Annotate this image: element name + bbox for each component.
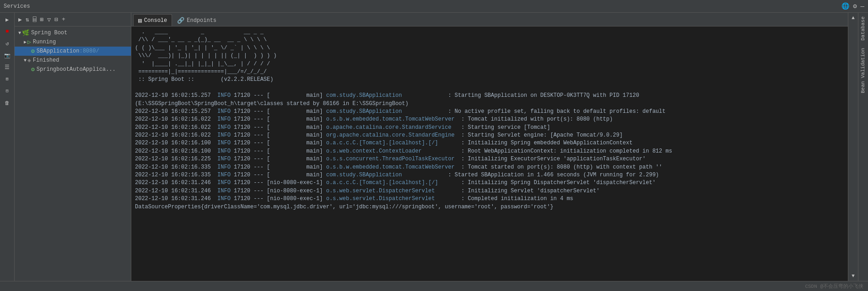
sort-icon[interactable]: ⇅ <box>25 15 30 24</box>
log-line-5: 2022-12-10 16:02:16.022 INFO 17120 --- [… <box>135 132 844 139</box>
ascii-line-3: ( ( )\___ | '_ | '_| | '_ \/ _` | \ \ \ … <box>135 44 844 52</box>
ascii-line-7: :: Spring Boot :: (v2.2.2.RELEASE) <box>135 76 844 84</box>
log-line-10: 2022-12-10 16:02:16.335 INFO 17120 --- [… <box>135 171 844 179</box>
ascii-line-4: \\\/ ___)| |_)| | | | | || (_| | ) ) ) ) <box>135 52 844 60</box>
tab-console[interactable]: ▤ Console <box>133 14 172 26</box>
group-button[interactable]: ⊟ <box>2 86 12 96</box>
running-label: Running <box>33 39 56 45</box>
log-datasource: DataSourceProperties{driverClassName='co… <box>135 203 844 211</box>
log-line-3: 2022-12-10 16:02:16.022 INFO 17120 --- [… <box>135 116 844 123</box>
sidebar-toolbar: ▶ ⇅ ⌸ ⊞ ▽ ⊟ + <box>15 13 131 26</box>
run-button[interactable]: ▶ <box>2 15 12 25</box>
springboot-icon: 🌿 <box>22 29 29 37</box>
log-line-2: 2022-12-10 16:02:15.257 INFO 17120 --- [… <box>135 108 844 116</box>
endpoints-tab-icon: 🔗 <box>177 17 184 24</box>
layout-button[interactable]: ⊞ <box>2 74 12 84</box>
chevron-down-icon: ▼ <box>18 31 21 36</box>
scroll-up-button[interactable]: ▲ <box>849 14 857 22</box>
log-line-13: 2022-12-10 16:02:31.246 INFO 17120 --- [… <box>135 195 844 203</box>
sidebar: ▶ ⇅ ⌸ ⊞ ▽ ⊟ + ▼ 🌿 Spring Boot ▶ ▷ Runnin… <box>15 13 131 281</box>
log-line-4: 2022-12-10 16:02:16.022 INFO 17120 --- [… <box>135 124 844 132</box>
console-area: ▤ Console 🔗 Endpoints . ____ _ __ _ _ /\… <box>131 13 848 281</box>
group-services-icon[interactable]: ⌸ <box>32 15 38 24</box>
log-line-6: 2022-12-10 16:02:16.100 INFO 17120 --- [… <box>135 139 844 147</box>
main-layout: ▶ ■ ↺ 📷 ☰ ⊞ ⊟ 🗑 ▶ ⇅ ⌸ ⊞ ▽ ⊟ + ▼ 🌿 Spring… <box>0 13 868 281</box>
ascii-line-6: =========|_|==============|___/=/_/_/_/ <box>135 68 844 76</box>
top-bar: Services 🌐 ⚙ — <box>0 0 868 13</box>
springboot-label: Spring Boot <box>31 30 67 36</box>
log-blank <box>135 84 844 92</box>
ascii-line-1: . ____ _ __ _ _ <box>135 28 844 36</box>
play-all-icon[interactable]: ▶ <box>17 15 23 24</box>
console-tabs: ▤ Console 🔗 Endpoints <box>131 13 848 26</box>
scroll-down-button[interactable]: ▼ <box>849 272 857 280</box>
log-cont-1: (E:\SSGSpringBoot\SpringBoot_h\target\cl… <box>135 100 844 108</box>
tab-endpoints[interactable]: 🔗 Endpoints <box>172 14 221 26</box>
grid-services-icon[interactable]: ⊞ <box>39 15 44 24</box>
ascii-line-5: ' |____| .__|_| |_|_| |_\__, | / / / / <box>135 60 844 68</box>
far-right-panel: Database Bean Validation <box>858 13 868 281</box>
add-icon[interactable]: + <box>61 15 66 24</box>
endpoints-tab-label: Endpoints <box>187 17 216 24</box>
services-title: Services <box>4 3 30 10</box>
stop-button[interactable]: ■ <box>2 26 12 37</box>
tree-item-autoapplica[interactable]: ⚙ SpringbootAutoApplica... <box>15 65 131 74</box>
globe-icon[interactable]: 🌐 <box>841 2 849 10</box>
chevron-right-icon: ▶ <box>24 39 27 45</box>
log-line-9: 2022-12-10 16:02:16.335 INFO 17120 --- [… <box>135 164 844 171</box>
finished-icon: ◈ <box>27 57 31 64</box>
tree-item-sbapplication[interactable]: ⚙ SBApplication:8080/ <box>15 47 131 56</box>
console-tab-label: Console <box>144 17 167 24</box>
sbapplication-label: SBApplication:8080/ <box>37 48 99 54</box>
layout-services-icon[interactable]: ⊟ <box>54 15 59 24</box>
gear-icon[interactable]: ⚙ <box>853 2 857 10</box>
console-tab-icon: ▤ <box>138 17 142 24</box>
camera-button[interactable]: 📷 <box>2 50 12 60</box>
running-icon: ▷ <box>27 38 31 46</box>
finished-label: Finished <box>33 57 59 63</box>
top-bar-actions: 🌐 ⚙ — <box>841 2 864 10</box>
log-line-1: 2022-12-10 16:02:15.257 INFO 17120 --- [… <box>135 92 844 100</box>
database-label[interactable]: Database <box>858 13 868 44</box>
log-line-12: 2022-12-10 16:02:31.246 INFO 17120 --- [… <box>135 187 844 195</box>
log-line-8: 2022-12-10 16:02:16.225 INFO 17120 --- [… <box>135 155 844 163</box>
restart-button[interactable]: ↺ <box>2 38 12 48</box>
left-action-bar: ▶ ■ ↺ 📷 ☰ ⊞ ⊟ 🗑 <box>0 13 15 281</box>
tree-item-running[interactable]: ▶ ▷ Running <box>15 37 131 47</box>
list-button[interactable]: ☰ <box>2 62 12 72</box>
filter-icon[interactable]: ▽ <box>46 15 52 24</box>
ascii-line-2: /\\ / ___'_ __ _ _(_)_ __ __ _ \ \ \ \ <box>135 36 844 44</box>
autoapplica-label: SpringbootAutoApplica... <box>37 66 116 73</box>
app-running-icon: ⚙ <box>31 48 35 55</box>
auto-app-icon: ⚙ <box>31 66 35 73</box>
tree-item-springboot[interactable]: ▼ 🌿 Spring Boot <box>15 28 131 37</box>
log-line-11: 2022-12-10 16:02:31.246 INFO 17120 --- [… <box>135 179 844 187</box>
watermark-text: CSDN @不会压弯的小飞侠 <box>805 283 863 290</box>
sidebar-tree: ▼ 🌿 Spring Boot ▶ ▷ Running ⚙ SBApplicat… <box>15 26 131 281</box>
chevron-finished-icon: ▼ <box>24 58 27 63</box>
trash-button[interactable]: 🗑 <box>2 98 12 108</box>
port-badge: :8080/ <box>79 48 99 54</box>
tree-item-finished[interactable]: ▼ ◈ Finished <box>15 56 131 65</box>
status-bar: CSDN @不会压弯的小飞侠 <box>0 281 868 291</box>
console-output[interactable]: . ____ _ __ _ _ /\\ / ___'_ __ _ _(_)_ _… <box>131 26 848 281</box>
minimize-icon[interactable]: — <box>861 3 864 10</box>
log-line-7: 2022-12-10 16:02:16.100 INFO 17120 --- [… <box>135 148 844 155</box>
bean-validation-label[interactable]: Bean Validation <box>858 44 868 97</box>
right-panel: ▲ ▼ <box>848 13 858 281</box>
